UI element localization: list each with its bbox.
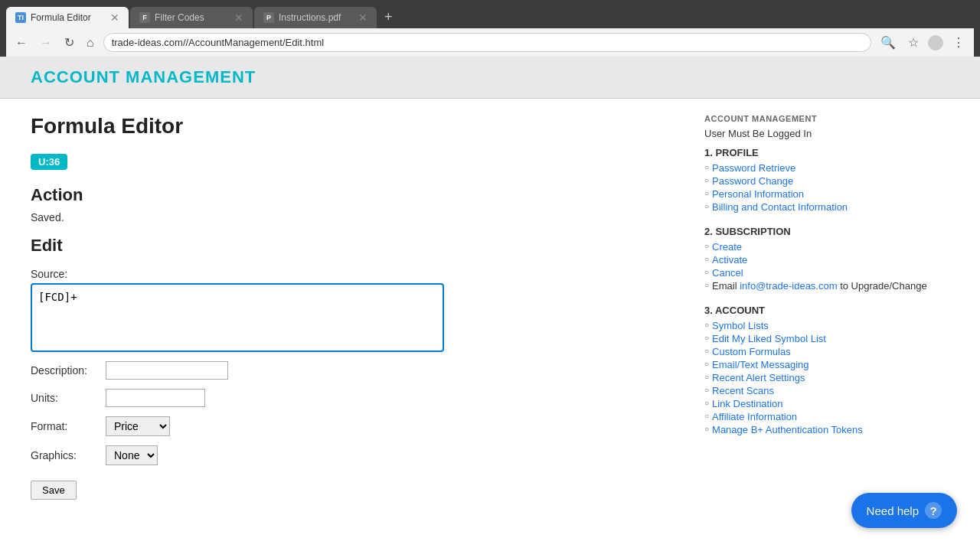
affiliate-information-link[interactable]: Affiliate Information — [712, 411, 797, 422]
symbol-lists-link[interactable]: Symbol Lists — [712, 320, 769, 331]
tab-label-1: Formula Editor — [31, 12, 106, 23]
sidebar-profile-list: Password Retrieve Password Change Person… — [704, 161, 949, 214]
tab-label-2: Filter Codes — [155, 12, 230, 23]
list-item: Create — [704, 240, 949, 253]
list-item: Recent Alert Settings — [704, 371, 949, 384]
billing-contact-link[interactable]: Billing and Contact Information — [712, 201, 848, 213]
home-button[interactable]: ⌂ — [83, 34, 97, 51]
sidebar-subscription-group: 2. SUBSCRIPTION Create Activate Cancel E… — [704, 226, 949, 292]
recent-scans-link[interactable]: Recent Scans — [712, 385, 774, 396]
description-group: Description: — [31, 361, 674, 380]
email-link[interactable]: info@trade-ideas.com — [740, 280, 837, 292]
list-item: Password Retrieve — [704, 161, 949, 174]
new-tab-button[interactable]: + — [378, 6, 399, 28]
list-item: Billing and Contact Information — [704, 201, 949, 214]
edit-liked-symbol-link[interactable]: Edit My Liked Symbol List — [712, 333, 826, 344]
need-help-button[interactable]: Need help ? — [851, 493, 957, 528]
create-link[interactable]: Create — [712, 241, 742, 253]
manage-auth-tokens-link[interactable]: Manage B+ Authentication Tokens — [712, 424, 863, 435]
description-input[interactable] — [106, 361, 228, 380]
activate-link[interactable]: Activate — [712, 254, 747, 266]
list-item: Email info@trade-ideas.com to Upgrade/Ch… — [704, 279, 949, 292]
tab-icon-3: P — [263, 12, 274, 23]
graphics-label: Graphics: — [31, 449, 100, 461]
tab-instructions[interactable]: P Instructions.pdf ✕ — [254, 7, 377, 28]
list-item: Manage B+ Authentication Tokens — [704, 423, 949, 436]
source-group: Source: — [31, 268, 674, 352]
tab-icon-1: TI — [15, 12, 26, 23]
graphics-select[interactable]: None Bar Line — [106, 445, 158, 465]
description-label: Description: — [31, 364, 100, 377]
units-input[interactable] — [106, 389, 205, 407]
back-button[interactable]: ← — [12, 34, 31, 51]
main-content: Formula Editor U:36 Action Saved. Edit S… — [0, 99, 980, 515]
list-item: Custom Formulas — [704, 345, 949, 358]
link-destination-link[interactable]: Link Destination — [712, 398, 783, 409]
custom-formulas-link[interactable]: Custom Formulas — [712, 346, 791, 357]
search-button[interactable]: 🔍 — [877, 34, 899, 51]
site-header-title: ACCOUNT MANAGEMENT — [31, 67, 256, 86]
sidebar-account-list: Symbol Lists Edit My Liked Symbol List C… — [704, 319, 949, 436]
help-icon: ? — [925, 502, 942, 519]
list-item: Symbol Lists — [704, 319, 949, 332]
refresh-button[interactable]: ↻ — [61, 34, 77, 51]
password-change-link[interactable]: Password Change — [712, 175, 793, 187]
personal-info-link[interactable]: Personal Information — [712, 188, 804, 200]
cancel-link[interactable]: Cancel — [712, 267, 743, 279]
list-item: Activate — [704, 253, 949, 266]
sidebar-subscription-list: Create Activate Cancel Email info@trade-… — [704, 240, 949, 292]
list-item: Recent Scans — [704, 384, 949, 397]
sidebar-profile-title: 1. PROFILE — [704, 147, 949, 158]
help-button-label: Need help — [867, 504, 919, 517]
sidebar-account-title: 3. ACCOUNT — [704, 305, 949, 316]
list-item: Edit My Liked Symbol List — [704, 332, 949, 345]
badge: U:36 — [31, 154, 67, 170]
sidebar-user-note: User Must Be Logged In — [704, 128, 949, 139]
page-wrapper: ACCOUNT MANAGEMENT Formula Editor U:36 A… — [0, 57, 980, 546]
tab-bar: TI Formula Editor ✕ F Filter Codes ✕ P I… — [6, 6, 974, 28]
tab-icon-2: F — [139, 12, 150, 23]
tab-close-3[interactable]: ✕ — [358, 11, 368, 24]
tab-formula-editor[interactable]: TI Formula Editor ✕ — [6, 7, 129, 28]
tab-label-3: Instructions.pdf — [279, 12, 354, 23]
saved-text: Saved. — [31, 211, 674, 223]
address-input[interactable] — [103, 33, 871, 52]
graphics-group: Graphics: None Bar Line — [31, 445, 674, 465]
units-group: Units: — [31, 389, 674, 407]
password-retrieve-link[interactable]: Password Retrieve — [712, 162, 795, 174]
profile-icon[interactable] — [928, 35, 943, 51]
sidebar-account-group: 3. ACCOUNT Symbol Lists Edit My Liked Sy… — [704, 305, 949, 436]
bookmark-button[interactable]: ☆ — [905, 34, 922, 51]
email-text-messaging-link[interactable]: Email/Text Messaging — [712, 359, 808, 370]
tab-close-1[interactable]: ✕ — [110, 11, 119, 24]
source-label: Source: — [31, 268, 100, 280]
save-button[interactable]: Save — [31, 481, 77, 500]
list-item: Password Change — [704, 174, 949, 187]
left-column: Formula Editor U:36 Action Saved. Edit S… — [31, 114, 674, 500]
sidebar-profile-group: 1. PROFILE Password Retrieve Password Ch… — [704, 147, 949, 214]
tab-filter-codes[interactable]: F Filter Codes ✕ — [130, 7, 253, 28]
format-label: Format: — [31, 420, 100, 432]
sidebar-section-title: ACCOUNT MANAGEMENT — [704, 114, 949, 123]
site-header: ACCOUNT MANAGEMENT — [0, 57, 980, 99]
units-label: Units: — [31, 392, 100, 404]
source-textarea[interactable] — [31, 283, 444, 352]
list-item: Personal Information — [704, 187, 949, 201]
list-item: Cancel — [704, 266, 949, 279]
forward-button[interactable]: → — [37, 34, 55, 51]
edit-heading: Edit — [31, 236, 674, 256]
recent-alert-settings-link[interactable]: Recent Alert Settings — [712, 372, 805, 383]
format-group: Format: Price Number Percent — [31, 416, 674, 436]
browser-chrome: TI Formula Editor ✕ F Filter Codes ✕ P I… — [0, 0, 980, 57]
list-item: Email/Text Messaging — [704, 358, 949, 371]
email-upgrade-text: Email info@trade-ideas.com to Upgrade/Ch… — [712, 280, 927, 292]
address-bar-row: ← → ↻ ⌂ 🔍 ☆ ⋮ — [6, 28, 974, 57]
format-select[interactable]: Price Number Percent — [106, 416, 170, 436]
tab-close-2[interactable]: ✕ — [234, 11, 243, 24]
list-item: Link Destination — [704, 397, 949, 410]
menu-button[interactable]: ⋮ — [949, 34, 968, 51]
list-item: Affiliate Information — [704, 410, 949, 423]
action-heading: Action — [31, 185, 674, 205]
sidebar-subscription-title: 2. SUBSCRIPTION — [704, 226, 949, 237]
right-sidebar: ACCOUNT MANAGEMENT User Must Be Logged I… — [704, 114, 949, 500]
